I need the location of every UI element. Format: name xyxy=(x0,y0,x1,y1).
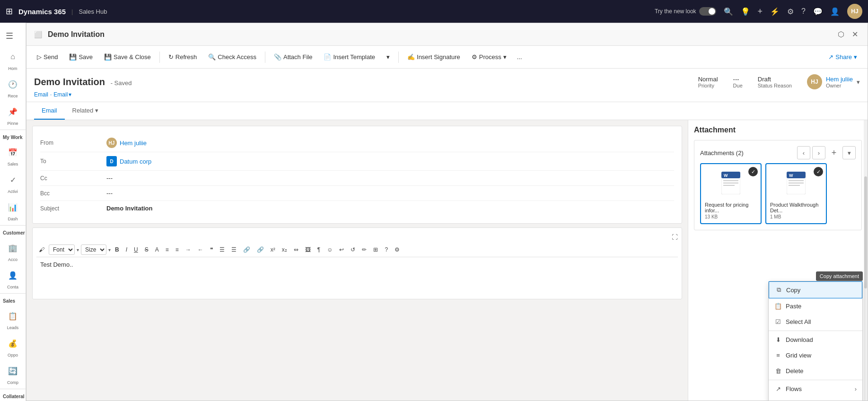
save-close-button[interactable]: 💾 Save & Close xyxy=(99,51,156,63)
new-look-toggle[interactable] xyxy=(699,7,716,16)
context-select-all-item[interactable]: ☑ Select All xyxy=(769,314,862,330)
add-icon[interactable]: + xyxy=(758,7,763,17)
indent-button[interactable]: → xyxy=(183,245,193,254)
hamburger-menu[interactable]: ☰ xyxy=(0,26,19,45)
font-select[interactable]: Font xyxy=(49,244,75,255)
toolbar-separator-1 xyxy=(159,52,160,63)
size-select[interactable]: Size xyxy=(81,244,106,255)
insert-signature-button[interactable]: ✍ Insert Signature xyxy=(403,51,465,63)
quote-button[interactable]: ❝ xyxy=(208,245,215,254)
to-value[interactable]: D Datum corp xyxy=(106,156,674,166)
modal-popout-button[interactable]: ⬡ xyxy=(836,28,846,41)
superscript-button[interactable]: x² xyxy=(268,245,278,254)
align-left-button[interactable]: ≡ xyxy=(163,245,171,254)
sidebar-item-comp[interactable]: 🔄 Comp xyxy=(0,359,26,387)
more-button[interactable]: ... xyxy=(513,51,526,63)
editor-section: ⛶ 🖌 Font ▾ Size ▾ B xyxy=(32,227,682,299)
tokens-button[interactable]: ⇔ xyxy=(291,245,301,254)
attachment-item-2[interactable]: ✓ W xyxy=(765,163,827,224)
modal-expand-icon[interactable]: ⬜ xyxy=(34,31,42,38)
tab-email[interactable]: Email xyxy=(34,102,65,120)
strikethrough-button[interactable]: S xyxy=(142,245,151,254)
format-brush-button[interactable]: 🖌 xyxy=(36,245,47,254)
attachment-item-1[interactable]: ✓ W xyxy=(700,163,762,224)
insert-template-button[interactable]: 📄 Insert Template xyxy=(319,51,380,63)
sidebar-item-opps[interactable]: 💰 Oppo xyxy=(0,332,26,359)
context-copy-item[interactable]: ⧉ Copy xyxy=(769,281,862,298)
underline-button[interactable]: U xyxy=(132,245,140,254)
help-editor-button[interactable]: ? xyxy=(382,245,390,254)
attachment-next-button[interactable]: › xyxy=(812,146,825,159)
share-button[interactable]: ↗ Share ▾ xyxy=(824,51,862,63)
sidebar-item-home[interactable]: ⌂ Hom xyxy=(0,45,26,73)
attach-file-button[interactable]: 📎 Attach File xyxy=(269,51,317,63)
context-download-item[interactable]: ⬇ Download xyxy=(769,332,862,348)
attachment-grid: ✓ W xyxy=(700,163,856,224)
subject-value[interactable]: Demo Invitation xyxy=(106,205,674,212)
email-subtype-link[interactable]: Email ▾ xyxy=(53,91,71,98)
refresh-button[interactable]: ↻ Refresh xyxy=(164,51,202,63)
cc-value[interactable]: --- xyxy=(106,174,674,182)
process-button[interactable]: ⚙ Process ▾ xyxy=(467,51,511,63)
highlight-button[interactable]: ✏ xyxy=(359,245,369,254)
check-access-button[interactable]: 🔍 Check Access xyxy=(203,51,261,63)
owner-name[interactable]: Hem juliie xyxy=(826,76,853,83)
context-paste-item[interactable]: 📋 Paste xyxy=(769,298,862,314)
owner-dropdown-button[interactable]: ▾ xyxy=(857,78,860,86)
sidebar-item-contacts[interactable]: 👤 Conta xyxy=(0,264,26,291)
sidebar-item-leads[interactable]: 📋 Leads xyxy=(0,305,26,332)
subscript-button[interactable]: x₂ xyxy=(280,245,289,254)
bullet-list-button[interactable]: ☰ xyxy=(217,245,227,254)
sidebar-item-recent[interactable]: 🕐 Rece xyxy=(0,73,26,100)
sidebar-item-dash[interactable]: 📊 Dash xyxy=(0,196,26,223)
chat-icon[interactable]: 💬 xyxy=(813,7,823,16)
font-color-button[interactable]: A xyxy=(153,245,161,254)
table-button[interactable]: ⊞ xyxy=(371,245,380,254)
search-icon[interactable]: 🔍 xyxy=(724,7,733,16)
para-button[interactable]: ¶ xyxy=(315,245,323,254)
undo-button[interactable]: ↩ xyxy=(337,245,346,254)
sidebar-item-pinned[interactable]: 📌 Pinne xyxy=(0,100,26,128)
lightbulb-icon[interactable]: 💡 xyxy=(741,7,750,16)
sidebar-item-activities[interactable]: ✓ Activi xyxy=(0,168,26,196)
redo-button[interactable]: ↺ xyxy=(348,245,358,254)
email-type-link[interactable]: Email xyxy=(34,91,48,98)
attachment-dropdown-button[interactable]: ▾ xyxy=(842,146,856,159)
subtype-dropdown[interactable]: ▾ xyxy=(69,91,71,98)
grid-icon[interactable]: ⊞ xyxy=(6,6,13,17)
emoji-button[interactable]: ☺ xyxy=(324,245,335,254)
dropdown-arrow-button[interactable]: ▾ xyxy=(382,51,395,63)
unlink-button[interactable]: 🔗 xyxy=(254,245,266,254)
sidebar-item-sales[interactable]: 📅 Sales xyxy=(0,141,26,168)
user-avatar[interactable]: HJ xyxy=(847,4,862,19)
send-button[interactable]: ▷ Send xyxy=(32,51,62,63)
attachment-prev-button[interactable]: ‹ xyxy=(797,146,810,159)
tab-related[interactable]: Related ▾ xyxy=(65,102,106,120)
link-button[interactable]: 🔗 xyxy=(241,245,253,254)
context-flows-item[interactable]: ↗ Flows › xyxy=(769,381,862,397)
align-center-button[interactable]: ≡ xyxy=(173,245,181,254)
help-icon[interactable]: ? xyxy=(801,7,806,16)
attachment-add-button[interactable]: + xyxy=(827,146,841,159)
context-grid-view-item[interactable]: ≡ Grid view xyxy=(769,348,862,363)
scrollbar-track[interactable] xyxy=(864,120,868,401)
filter-icon[interactable]: ⚡ xyxy=(770,7,780,16)
bcc-value[interactable]: --- xyxy=(106,190,674,197)
outdent-button[interactable]: ← xyxy=(195,245,206,254)
context-delete-item[interactable]: 🗑 Delete xyxy=(769,363,862,379)
italic-button[interactable]: I xyxy=(123,245,130,254)
settings-editor-button[interactable]: ⚙ xyxy=(392,245,402,254)
bold-button[interactable]: B xyxy=(113,245,122,254)
person-icon[interactable]: 👤 xyxy=(830,7,840,16)
numbered-list-button[interactable]: ☰ xyxy=(229,245,239,254)
image-button[interactable]: 🖼 xyxy=(303,245,313,254)
context-export-excel-item[interactable]: 📊 Export to Excel xyxy=(769,397,862,401)
save-button[interactable]: 💾 Save xyxy=(64,51,97,63)
from-value[interactable]: HJ Hem juliie xyxy=(106,138,674,148)
modal-close-button[interactable]: ✕ xyxy=(850,28,860,41)
expand-editor-button[interactable]: ⛶ xyxy=(672,234,678,241)
sidebar-item-accounts[interactable]: 🏢 Acco xyxy=(0,236,26,264)
scrollbar-thumb[interactable] xyxy=(864,176,867,288)
settings-icon[interactable]: ⚙ xyxy=(787,7,794,16)
editor-content[interactable]: Test Demo.. xyxy=(36,257,678,295)
